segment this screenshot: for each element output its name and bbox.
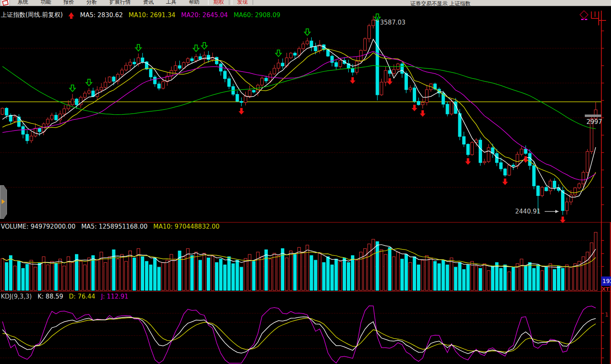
volume-ma5-value: MA5: 1258951168.00 (81, 223, 147, 230)
trend-up-icon (68, 12, 74, 16)
menu-hot-item-0[interactable]: 期权 (208, 0, 229, 5)
volume-panel[interactable] (0, 229, 601, 291)
ma60-value: MA60: 2908.09 (233, 11, 280, 19)
menu-bar: 系统功能报价分析扩展行情资讯工具帮助期权发现 证券交易不显示 上证指数 (0, 0, 611, 6)
main-chart-panel[interactable] (0, 6, 601, 222)
menu-item-2[interactable]: 报价 (57, 0, 80, 5)
kdj-d-value: D: 76.44 (69, 293, 95, 300)
volume-value: VOLUME: 949792000.00 (1, 223, 75, 230)
main-chart-header: 上证指数(周线.前复权) MA5: 2830.62 MA10: 2691.34 … (1, 11, 281, 19)
volume-axis-badge: 193 (601, 276, 611, 286)
trading-terminal-window: { "window": {"title_right": "证券交易不显示 上证指… (0, 0, 611, 364)
ma10-value: MA10: 2691.34 (129, 11, 175, 19)
expand-arrow-icon (2, 199, 5, 204)
kdj-panel[interactable] (0, 299, 601, 364)
menu-item-6[interactable]: 工具 (160, 0, 183, 5)
menu-item-4[interactable]: 扩展行情 (103, 0, 137, 5)
volume-axis-sub-label: XT (602, 286, 609, 292)
menu-item-7[interactable]: 帮助 (183, 0, 206, 5)
ma20-value: MA20: 2645.04 (181, 11, 228, 19)
volume-header: VOLUME: 949792000.00 MA5: 1258951168.00 … (1, 223, 220, 230)
ma5-value: MA5: 2830.62 (80, 11, 123, 19)
kdj-k-value: K: 88.59 (38, 293, 63, 300)
menu-items: 系统功能报价分析扩展行情资讯工具帮助期权发现 (11, 0, 253, 6)
volume-ma10-value: MA10: 970448832.00 (153, 223, 220, 230)
menu-item-0[interactable]: 系统 (11, 0, 34, 5)
menu-item-3[interactable]: 分析 (80, 0, 103, 5)
symbol-title: 上证指数(周线.前复权) (1, 11, 63, 19)
kdj-axis-label: 1 (605, 311, 609, 318)
sidebar-expand-tab[interactable] (0, 185, 7, 219)
menu-item-5[interactable]: 资讯 (137, 0, 160, 5)
menu-hot-item-1[interactable]: 发现 (232, 0, 253, 5)
kdj-title: KDJ(9,3,3) (1, 293, 32, 300)
kdj-j-value: J: 112.91 (101, 293, 129, 300)
peak-price-annotation: 3587.03 (380, 19, 405, 26)
kdj-header: KDJ(9,3,3) K: 88.59 D: 76.44 J: 112.91 (1, 293, 128, 300)
window-title: 证券交易不显示 上证指数 (410, 0, 471, 6)
menu-item-1[interactable]: 功能 (34, 0, 57, 5)
trough-price-annotation: 2440.91 (515, 208, 541, 215)
last-price-label: 2997 (586, 118, 602, 126)
app-logo-icon[interactable] (1, 0, 10, 6)
